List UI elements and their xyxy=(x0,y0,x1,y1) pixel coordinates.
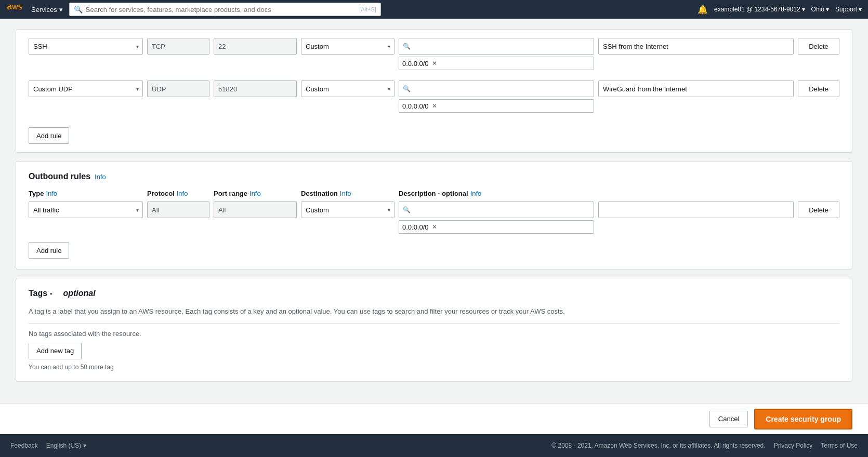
ob-dest-select[interactable]: Custom xyxy=(301,201,394,218)
outbound-rules-title: Outbound rules Info xyxy=(29,172,839,181)
ob-dest-tag: 0.0.0.0/0 ✕ xyxy=(399,220,594,234)
ob-dest-search-input[interactable] xyxy=(399,201,594,218)
add-new-tag-button[interactable]: Add new tag xyxy=(29,343,82,359)
services-button[interactable]: Services ▾ xyxy=(31,6,63,14)
create-security-group-button[interactable]: Create security group xyxy=(754,409,852,429)
account-chevron-icon: ▾ xyxy=(802,6,805,13)
protocol-input-2 xyxy=(147,80,209,97)
header-port-range-text: Port range xyxy=(214,190,247,197)
header-description-info[interactable]: Info xyxy=(470,190,482,197)
search-bar: 🔍 [Alt+S] xyxy=(69,3,381,16)
source-search-icon-1: 🔍 xyxy=(403,43,411,50)
source-select-wrap-1: Custom ▾ xyxy=(301,38,394,55)
tags-title: Tags - optional xyxy=(29,289,839,298)
type-cell-1: SSH ▾ xyxy=(29,38,143,55)
region-label: Ohio xyxy=(811,6,824,13)
account-label: example01 @ 1234-5678-9012 xyxy=(714,6,800,13)
delete-button-2[interactable]: Delete xyxy=(798,80,839,97)
search-input[interactable] xyxy=(86,6,356,14)
type-select-1[interactable]: SSH xyxy=(29,38,143,55)
notifications-icon[interactable]: 🔔 xyxy=(698,5,708,15)
main-content: SSH ▾ Custom ▾ xyxy=(0,19,868,434)
scroll-area: SSH ▾ Custom ▾ xyxy=(16,29,852,400)
tags-title-italic: optional xyxy=(63,289,95,298)
tags-limit-text: You can add up to 50 more tag xyxy=(29,364,839,371)
delete-button-1[interactable]: Delete xyxy=(798,38,839,55)
source-search-input-2[interactable] xyxy=(399,80,594,97)
search-icon: 🔍 xyxy=(74,5,83,14)
ob-port-cell xyxy=(214,201,297,218)
search-shortcut: [Alt+S] xyxy=(359,6,376,12)
services-label: Services xyxy=(31,6,57,14)
description-input-2[interactable] xyxy=(598,80,794,97)
type-select-wrap-2: Custom UDP ▾ xyxy=(29,80,143,97)
ob-description-cell xyxy=(598,201,794,218)
description-input-1[interactable] xyxy=(598,38,794,55)
source-input-cell-2: 🔍 0.0.0.0/0 ✕ xyxy=(399,80,594,113)
tags-description: A tag is a label that you assign to an A… xyxy=(29,306,839,317)
action-bar: Cancel Create security group xyxy=(0,403,868,434)
protocol-cell-2 xyxy=(147,80,209,97)
header-destination-text: Destination xyxy=(301,190,338,197)
outbound-title-text: Outbound rules xyxy=(29,172,90,181)
ob-dest-tag-value: 0.0.0.0/0 xyxy=(402,223,429,231)
ob-dest-search-wrap: 🔍 xyxy=(399,201,594,218)
ob-dest-input-cell: 🔍 0.0.0.0/0 ✕ xyxy=(399,201,594,234)
outbound-rules-section: Outbound rules Info Type Info Protocol I… xyxy=(16,161,852,270)
ob-port-input xyxy=(214,201,297,218)
port-cell-1 xyxy=(214,38,297,55)
header-destination-info[interactable]: Info xyxy=(340,190,351,197)
source-search-wrap-2: 🔍 xyxy=(399,80,594,97)
outbound-rules-header: Type Info Protocol Info Port range Info … xyxy=(29,190,839,197)
ob-type-select-wrap: All traffic ▾ xyxy=(29,201,143,218)
inbound-rule-row-2: Custom UDP ▾ Custom ▾ xyxy=(29,80,839,118)
source-type-cell-1: Custom ▾ xyxy=(301,38,394,55)
source-select-2[interactable]: Custom xyxy=(301,80,394,97)
support-label: Support xyxy=(835,6,857,13)
ob-description-input[interactable] xyxy=(598,201,794,218)
ob-type-cell: All traffic ▾ xyxy=(29,201,143,218)
region-button[interactable]: Ohio ▾ xyxy=(811,6,829,13)
source-select-1[interactable]: Custom xyxy=(301,38,394,55)
source-tag-close-1[interactable]: ✕ xyxy=(432,60,437,67)
outbound-rule-row-1: All traffic ▾ Custom ▾ xyxy=(29,201,839,234)
source-tag-value-2: 0.0.0.0/0 xyxy=(402,102,429,110)
header-protocol-info[interactable]: Info xyxy=(177,190,188,197)
add-outbound-rule-button[interactable]: Add rule xyxy=(29,242,69,259)
region-chevron-icon: ▾ xyxy=(826,6,829,13)
ob-delete-button[interactable]: Delete xyxy=(798,201,839,218)
aws-logo[interactable] xyxy=(6,4,25,15)
cancel-button[interactable]: Cancel xyxy=(709,411,748,427)
tags-section: Tags - optional A tag is a label that yo… xyxy=(16,278,852,382)
support-button[interactable]: Support ▾ xyxy=(835,6,862,13)
header-description-text: Description - optional xyxy=(399,190,468,197)
header-protocol-text: Protocol xyxy=(147,190,175,197)
port-cell-2 xyxy=(214,80,297,97)
header-port-range-info[interactable]: Info xyxy=(249,190,261,197)
ob-delete-cell: Delete xyxy=(798,201,839,218)
source-tag-2: 0.0.0.0/0 ✕ xyxy=(399,99,594,113)
description-cell-1 xyxy=(598,38,794,55)
ob-dest-select-wrap: Custom ▾ xyxy=(301,201,394,218)
source-tag-1: 0.0.0.0/0 ✕ xyxy=(399,57,594,70)
source-search-input-1[interactable] xyxy=(399,38,594,55)
type-select-2[interactable]: Custom UDP xyxy=(29,80,143,97)
ob-search-icon: 🔍 xyxy=(403,206,411,213)
header-type-info[interactable]: Info xyxy=(46,190,57,197)
outbound-rules-info-link[interactable]: Info xyxy=(95,173,106,181)
header-type: Type Info xyxy=(29,190,143,197)
source-tag-value-1: 0.0.0.0/0 xyxy=(402,60,429,68)
source-tag-close-2[interactable]: ✕ xyxy=(432,102,437,110)
header-protocol: Protocol Info xyxy=(147,190,209,197)
ob-dest-tag-close[interactable]: ✕ xyxy=(432,223,437,231)
source-input-cell-1: 🔍 0.0.0.0/0 ✕ xyxy=(399,38,594,70)
protocol-input-1 xyxy=(147,38,209,55)
add-inbound-rule-button[interactable]: Add rule xyxy=(29,127,69,144)
header-description: Description - optional Info xyxy=(399,190,794,197)
ob-protocol-input xyxy=(147,201,209,218)
account-button[interactable]: example01 @ 1234-5678-9012 ▾ xyxy=(714,6,805,13)
ob-protocol-cell xyxy=(147,201,209,218)
ob-type-select[interactable]: All traffic xyxy=(29,201,143,218)
tags-title-text: Tags - xyxy=(29,289,52,298)
delete-cell-1: Delete xyxy=(798,38,839,55)
